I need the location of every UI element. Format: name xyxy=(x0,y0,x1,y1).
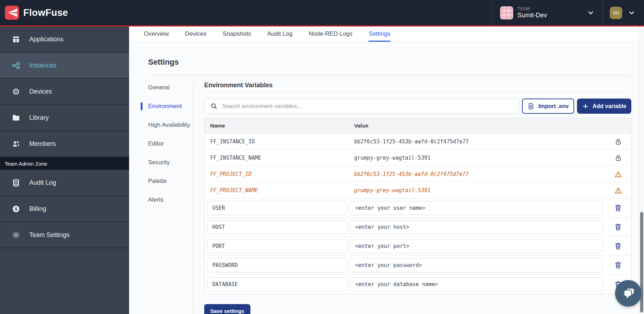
instances-icon xyxy=(12,61,20,70)
tab-devices[interactable]: Devices xyxy=(185,26,206,42)
env-var-value: grumpy-grey-wagtail-5391 xyxy=(354,155,606,161)
delete-variable-button[interactable] xyxy=(614,242,622,250)
column-header-value: Value xyxy=(354,123,606,129)
import-file-icon xyxy=(527,102,535,110)
table-row-editable xyxy=(205,199,631,218)
env-var-name-input[interactable] xyxy=(207,220,347,234)
user-avatar: su xyxy=(610,7,622,19)
table-row-editable xyxy=(205,218,631,237)
brand-name: FlowFuse xyxy=(23,7,68,18)
chat-widget-button[interactable] xyxy=(615,280,642,307)
subnav-item-high-availability[interactable]: High Availability xyxy=(148,121,193,129)
lock-icon xyxy=(614,154,622,162)
tab-node-red-logs[interactable]: Node-RED Logs xyxy=(309,26,353,42)
table-row-editable xyxy=(205,256,631,275)
chevron-down-icon xyxy=(628,9,636,17)
users-icon xyxy=(12,140,20,148)
sidebar-item-label: Team Settings xyxy=(29,231,69,239)
trash-icon xyxy=(614,261,622,269)
column-header-name: Name xyxy=(205,123,354,129)
env-var-value-input[interactable] xyxy=(350,277,603,291)
sidebar-item-billing[interactable]: $ Billing xyxy=(0,196,129,222)
env-var-name: FF_INSTANCE_NAME xyxy=(205,155,354,161)
tab-overview[interactable]: Overview xyxy=(144,26,169,42)
env-variables-table: Name Value FF_INSTANCE_ID bb2f6c53-1f25-… xyxy=(204,118,631,294)
env-var-name: FF_PROJECT_ID xyxy=(205,171,354,177)
search-input[interactable] xyxy=(222,103,519,109)
title-divider xyxy=(148,75,631,76)
sidebar-item-label: Applications xyxy=(29,36,63,43)
save-settings-button[interactable]: Save settings xyxy=(204,304,250,314)
team-label: TEAM: xyxy=(517,6,583,11)
subnav-item-palette[interactable]: Palette xyxy=(148,177,193,185)
sidebar-item-label: Billing xyxy=(29,205,46,213)
subnav-item-environment[interactable]: Environment xyxy=(141,102,193,110)
sidebar-item-team-settings[interactable]: Team Settings xyxy=(0,222,129,248)
devices-icon xyxy=(12,87,20,96)
tab-snapshots[interactable]: Snapshots xyxy=(223,26,251,42)
user-menu[interactable]: su xyxy=(602,0,644,25)
brand[interactable]: FlowFuse xyxy=(0,6,68,20)
env-var-value-input[interactable] xyxy=(350,201,603,215)
delete-variable-button[interactable] xyxy=(614,204,622,212)
search-icon xyxy=(210,102,218,110)
page-title: Settings xyxy=(148,58,631,67)
applications-icon xyxy=(12,35,20,44)
subnav-item-editor[interactable]: Editor xyxy=(148,140,193,148)
sidebar-item-applications[interactable]: Applications xyxy=(0,26,129,53)
delete-variable-button[interactable] xyxy=(614,223,622,231)
subnav-item-alerts[interactable]: Alerts xyxy=(148,196,193,204)
team-avatar xyxy=(500,6,513,19)
env-var-value-input[interactable] xyxy=(350,258,603,272)
env-var-name: FF_INSTANCE_ID xyxy=(205,138,354,145)
subnav-item-security[interactable]: Security xyxy=(148,159,193,166)
import-env-button[interactable]: Import .env xyxy=(522,99,574,114)
add-variable-label: Add variable xyxy=(593,103,626,109)
section-divider xyxy=(204,92,631,93)
section-title: Environment Variables xyxy=(204,82,631,89)
tab-audit-log[interactable]: Audit Log xyxy=(267,26,293,42)
gear-icon xyxy=(12,231,20,239)
sidebar-item-audit-log[interactable]: Audit Log xyxy=(0,170,129,196)
table-header-row: Name Value xyxy=(205,118,631,134)
table-row-editable xyxy=(205,237,631,256)
env-var-value: grumpy-grey-wagtail-5391 xyxy=(354,187,606,194)
env-var-value: bb2f6c53-1f25-453b-aafd-0c2f475d7e77 xyxy=(354,138,606,145)
folder-icon xyxy=(12,113,20,122)
add-variable-button[interactable]: Add variable xyxy=(577,99,631,114)
table-row-editable xyxy=(205,275,631,294)
tab-settings[interactable]: Settings xyxy=(369,26,390,42)
table-row: FF_PROJECT_ID bb2f6c53-1f25-453b-aafd-0c… xyxy=(205,166,631,182)
team-admin-zone-label: Team Admin Zone xyxy=(0,157,129,170)
sidebar: Applications Instances Devices Library xyxy=(0,26,129,314)
plus-icon xyxy=(582,103,589,110)
warning-icon xyxy=(614,170,622,178)
env-var-name-input[interactable] xyxy=(207,277,347,291)
sidebar-item-devices[interactable]: Devices xyxy=(0,79,129,105)
database-icon xyxy=(12,178,20,187)
sidebar-item-label: Members xyxy=(29,140,56,148)
delete-variable-button[interactable] xyxy=(614,261,622,269)
sidebar-item-members[interactable]: Members xyxy=(0,131,129,157)
env-var-name-input[interactable] xyxy=(207,239,347,253)
table-row: FF_INSTANCE_ID bb2f6c53-1f25-453b-aafd-0… xyxy=(205,134,631,150)
trash-icon xyxy=(614,242,622,250)
warning-icon xyxy=(614,186,622,194)
team-selector[interactable]: TEAM: Sumit-Dev xyxy=(492,0,602,25)
sidebar-item-library[interactable]: Library xyxy=(0,105,129,131)
env-var-name-input[interactable] xyxy=(207,201,347,215)
search-box xyxy=(204,99,519,114)
instance-tabbar: Overview Devices Snapshots Audit Log Nod… xyxy=(129,26,639,42)
env-var-name: FF_PROJECT_NAME xyxy=(205,187,354,194)
env-var-name-input[interactable] xyxy=(207,258,347,272)
table-row: FF_PROJECT_NAME grumpy-grey-wagtail-5391 xyxy=(205,182,631,199)
settings-page: Settings General Environment High Availa… xyxy=(129,42,639,314)
settings-subnav: General Environment High Availability Ed… xyxy=(148,82,193,314)
env-var-value-input[interactable] xyxy=(350,239,603,253)
subnav-item-general[interactable]: General xyxy=(148,84,193,91)
sidebar-item-instances[interactable]: Instances xyxy=(0,53,129,79)
flowfuse-logo-icon xyxy=(5,6,19,20)
chat-icon xyxy=(621,286,636,301)
sidebar-item-label: Library xyxy=(29,114,49,122)
env-var-value-input[interactable] xyxy=(350,220,603,234)
